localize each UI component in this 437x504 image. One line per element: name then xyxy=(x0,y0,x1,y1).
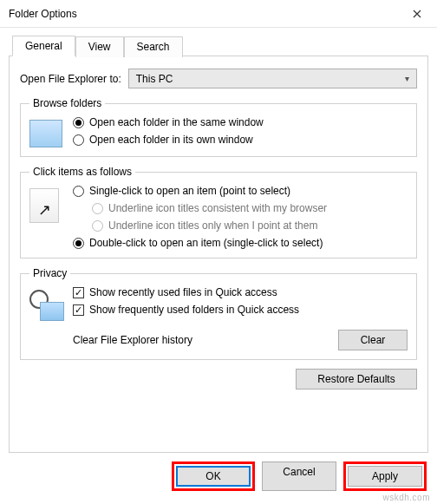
close-button[interactable] xyxy=(397,0,437,28)
checkbox-icon xyxy=(73,287,84,298)
check-recent-files-label: Show recently used files in Quick access xyxy=(89,286,277,298)
radio-underline-point-label: Underline icon titles only when I point … xyxy=(108,219,317,232)
privacy-icon xyxy=(29,286,64,321)
apply-button[interactable]: Apply xyxy=(348,466,422,487)
restore-defaults-button[interactable]: Restore Defaults xyxy=(296,369,417,389)
window-title: Folder Options xyxy=(9,8,77,20)
open-explorer-label: Open File Explorer to: xyxy=(20,73,121,85)
titlebar: Folder Options xyxy=(0,0,437,28)
tab-strip: General View Search xyxy=(9,36,428,56)
check-recent-files[interactable]: Show recently used files in Quick access xyxy=(73,286,408,298)
radio-own-window-label: Open each folder in its own window xyxy=(89,134,253,146)
tab-search[interactable]: Search xyxy=(124,36,183,57)
ok-button[interactable]: OK xyxy=(176,466,251,487)
dialog-body: General View Search Open File Explorer t… xyxy=(0,28,437,453)
radio-icon xyxy=(92,203,103,214)
radio-same-window[interactable]: Open each folder in the same window xyxy=(73,116,408,128)
radio-single-click[interactable]: Single-click to open an item (point to s… xyxy=(73,185,408,197)
radio-double-click[interactable]: Double-click to open an item (single-cli… xyxy=(73,237,408,249)
checkbox-icon xyxy=(73,304,84,316)
watermark: wskdh.com xyxy=(382,493,430,502)
chevron-down-icon: ▾ xyxy=(405,74,409,83)
tab-general[interactable]: General xyxy=(12,36,75,56)
radio-icon xyxy=(92,220,103,232)
open-explorer-select[interactable]: This PC ▾ xyxy=(128,69,417,88)
dialog-footer: OK Cancel Apply xyxy=(0,453,437,500)
radio-icon xyxy=(73,134,84,146)
click-items-legend: Click items as follows xyxy=(29,166,135,178)
radio-underline-point: Underline icon titles only when I point … xyxy=(73,219,408,232)
open-explorer-row: Open File Explorer to: This PC ▾ xyxy=(20,69,417,88)
clear-button[interactable]: Clear xyxy=(338,330,408,350)
radio-single-click-label: Single-click to open an item (point to s… xyxy=(89,185,290,197)
browse-folders-legend: Browse folders xyxy=(29,97,105,109)
tab-panel-general: Open File Explorer to: This PC ▾ Browse … xyxy=(9,56,428,453)
radio-icon xyxy=(73,117,84,128)
privacy-legend: Privacy xyxy=(29,267,70,279)
browse-folders-group: Browse folders Open each folder in the s… xyxy=(20,97,417,157)
radio-own-window[interactable]: Open each folder in its own window xyxy=(73,134,408,146)
clear-history-label: Clear File Explorer history xyxy=(73,334,192,346)
check-frequent-folders-label: Show frequently used folders in Quick ac… xyxy=(89,304,299,316)
click-items-group: Click items as follows Single-click to o… xyxy=(20,166,417,259)
radio-icon xyxy=(73,238,84,249)
highlight-ok: OK xyxy=(172,461,255,491)
radio-double-click-label: Double-click to open an item (single-cli… xyxy=(89,237,323,249)
click-items-icon xyxy=(29,185,64,249)
close-icon xyxy=(413,10,421,18)
check-frequent-folders[interactable]: Show frequently used folders in Quick ac… xyxy=(73,304,408,316)
open-explorer-value: This PC xyxy=(136,73,173,85)
tab-view[interactable]: View xyxy=(75,36,124,57)
cancel-button[interactable]: Cancel xyxy=(262,461,336,491)
radio-underline-browser-label: Underline icon titles consistent with my… xyxy=(108,202,327,214)
radio-icon xyxy=(73,186,84,197)
browse-folders-icon xyxy=(29,116,64,147)
privacy-group: Privacy Show recently used files in Quic… xyxy=(20,267,417,360)
highlight-apply: Apply xyxy=(343,461,427,491)
radio-underline-browser: Underline icon titles consistent with my… xyxy=(73,202,408,214)
radio-same-window-label: Open each folder in the same window xyxy=(89,116,264,128)
